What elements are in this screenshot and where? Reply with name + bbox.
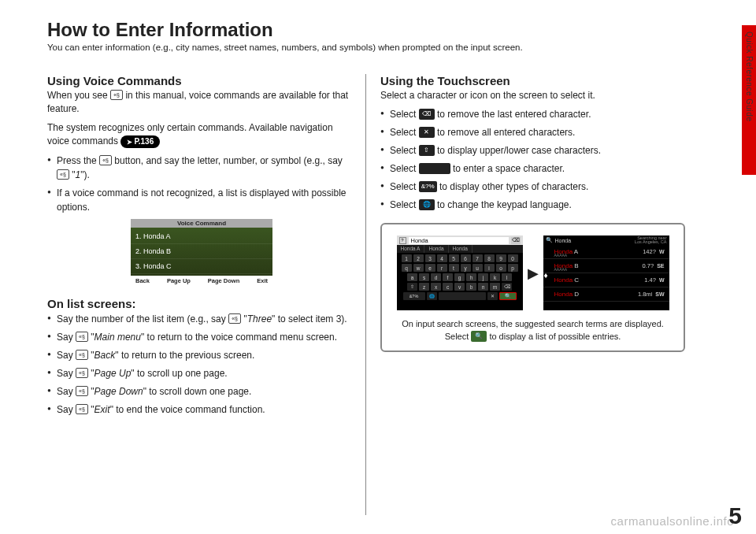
shift-icon: ⇧ bbox=[419, 145, 435, 156]
key: t bbox=[449, 264, 459, 272]
shift-key: ⇧ bbox=[407, 283, 417, 291]
key: m bbox=[490, 283, 500, 291]
right-column: Using the Touchscreen Select a character… bbox=[366, 74, 685, 515]
key: l bbox=[502, 273, 512, 281]
vc-pagedown: Page Down bbox=[208, 277, 239, 284]
key: 0 bbox=[508, 254, 518, 262]
result-row: Honda BAAAAA0.7? SE bbox=[543, 259, 669, 273]
touch-bullet-2: Select ✕ to remove all entered character… bbox=[380, 125, 685, 139]
backspace-icon: ⌫ bbox=[511, 237, 521, 244]
touch-p1: Select a character or icon on the screen… bbox=[380, 89, 685, 102]
touch-bullet-4: Select to enter a space character. bbox=[380, 161, 685, 176]
key: s bbox=[419, 273, 429, 281]
key: q bbox=[402, 264, 412, 272]
touch-bullet-6: Select 🌐 to change the keypad language. bbox=[380, 198, 685, 212]
voice-bullet-2: If a voice command is not recognized, a … bbox=[47, 186, 356, 214]
list-bullet-6: Say "Exit" to end the voice command func… bbox=[47, 402, 356, 417]
globe-icon: 🌐 bbox=[419, 199, 435, 210]
key: 9 bbox=[496, 254, 506, 262]
page-subtitle: You can enter information (e.g., city na… bbox=[47, 43, 731, 52]
touch-bullet-3: Select ⇧ to display upper/lower case cha… bbox=[380, 143, 685, 158]
mic-icon bbox=[76, 332, 88, 342]
touchscreen-figure: ? Honda ⌫ Honda A Honda Honda 1234567890… bbox=[380, 223, 685, 352]
key: b bbox=[466, 283, 476, 291]
touch-bullet-1: Select ⌫ to remove the last entered char… bbox=[380, 107, 685, 121]
key: c bbox=[443, 283, 453, 291]
mic-icon bbox=[228, 313, 241, 324]
keyboard-screen: ? Honda ⌫ Honda A Honda Honda 1234567890… bbox=[397, 235, 523, 310]
left-column: Using Voice Commands When you see in thi… bbox=[47, 74, 366, 515]
touch-bullet-5: Select &?% to display other types of cha… bbox=[380, 180, 685, 194]
keyboard: 1234567890 qwertyuiop asdfghjkl ⇧ zxcvbn… bbox=[397, 253, 523, 303]
mic-icon bbox=[76, 368, 88, 378]
result-row: Honda C1.4? W bbox=[543, 273, 669, 287]
globe-key: 🌐 bbox=[427, 292, 437, 300]
mic-icon bbox=[76, 386, 88, 396]
key: 1 bbox=[402, 254, 412, 262]
key: p bbox=[508, 264, 518, 272]
list-bullet-1: Say the number of the list item (e.g., s… bbox=[47, 312, 356, 326]
mic-icon bbox=[76, 404, 88, 414]
key: 4 bbox=[437, 254, 447, 262]
key: a bbox=[407, 273, 417, 281]
key: i bbox=[484, 264, 495, 272]
key: j bbox=[478, 273, 488, 281]
side-section-label: Quick Reference Guide bbox=[744, 32, 754, 189]
vc-pageup: Page Up bbox=[167, 277, 191, 284]
key: h bbox=[466, 273, 476, 281]
voice-p1: When you see in this manual, voice comma… bbox=[47, 89, 356, 117]
page-number: 5 bbox=[728, 502, 742, 529]
key: 8 bbox=[484, 254, 495, 262]
search-key: 🔍 bbox=[499, 292, 517, 300]
vc-exit: Exit bbox=[257, 277, 268, 284]
input-field: Honda bbox=[409, 237, 509, 244]
results-screen: 🔍 Honda Searching near Los Angeles, CA ♦… bbox=[543, 235, 669, 310]
magnifier-icon: 🔍 bbox=[471, 331, 487, 342]
vc-row: 1. Honda A bbox=[131, 229, 272, 244]
list-bullet-2: Say "Main menu" to return to the voice c… bbox=[47, 330, 356, 344]
vc-title: Voice Command bbox=[131, 219, 272, 228]
key: 3 bbox=[425, 254, 435, 262]
key: x bbox=[431, 283, 441, 291]
list-bullet-5: Say "Page Down" to scroll down one page. bbox=[47, 384, 356, 399]
key: g bbox=[454, 273, 465, 281]
key: 6 bbox=[461, 254, 471, 262]
key: v bbox=[454, 283, 465, 291]
backspace-key: ⌫ bbox=[502, 283, 512, 291]
voice-heading: Using Voice Commands bbox=[47, 74, 356, 87]
suggestion-bar: Honda A Honda Honda bbox=[397, 245, 523, 253]
result-row: Honda AAAAAA142? W bbox=[543, 245, 669, 259]
voice-command-screenshot: Voice Command 1. Honda A 2. Honda B 3. H… bbox=[131, 219, 272, 284]
voice-p2: The system recognizes only certain comma… bbox=[47, 121, 356, 149]
symbols-key: &?% bbox=[403, 292, 425, 300]
result-rows: Honda AAAAAA142? WHonda BAAAAA0.7? SEHon… bbox=[543, 245, 669, 302]
list-heading: On list screens: bbox=[47, 297, 356, 310]
vc-back: Back bbox=[135, 277, 150, 284]
query-text: Honda bbox=[555, 238, 572, 243]
voice-bullet-1: Press the button, and say the letter, nu… bbox=[47, 154, 356, 182]
mic-icon bbox=[99, 155, 112, 165]
key: y bbox=[461, 264, 471, 272]
key: 5 bbox=[449, 254, 459, 262]
symbols-icon: &?% bbox=[419, 181, 437, 192]
clear-key: ✕ bbox=[487, 292, 498, 300]
mic-icon bbox=[110, 90, 123, 100]
arrow-right-icon: ▶ bbox=[528, 265, 539, 282]
key: u bbox=[472, 264, 483, 272]
watermark: carmanualsonline.info bbox=[611, 514, 734, 528]
figure-caption: On input search screens, the suggested s… bbox=[391, 318, 674, 343]
page-title: How to Enter Information bbox=[47, 19, 731, 41]
key: o bbox=[496, 264, 506, 272]
touch-heading: Using the Touchscreen bbox=[380, 74, 685, 87]
key: 2 bbox=[413, 254, 424, 262]
key: w bbox=[413, 264, 424, 272]
vc-row: 3. Honda C bbox=[131, 259, 272, 274]
page-ref: P.136 bbox=[120, 135, 160, 149]
key: d bbox=[431, 273, 441, 281]
backspace-icon: ⌫ bbox=[419, 109, 435, 120]
key: n bbox=[478, 283, 488, 291]
key: 7 bbox=[472, 254, 483, 262]
search-icon: 🔍 bbox=[546, 237, 553, 243]
list-bullet-3: Say "Back" to return to the previous scr… bbox=[47, 348, 356, 362]
key: z bbox=[419, 283, 429, 291]
